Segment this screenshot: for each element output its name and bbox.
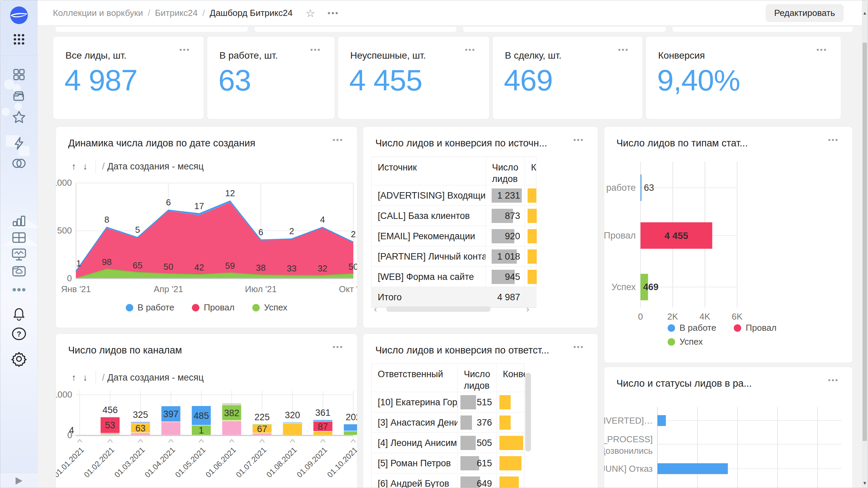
table-row[interactable]: [WEB] Форма на сайте 945 [372,267,536,287]
scrollbar-thumb[interactable] [863,43,867,441]
card-menu[interactable]: ••• [179,45,190,54]
svg-text:50: 50 [163,262,173,272]
value-bar [460,395,476,409]
sort-asc-icon[interactable]: ↑ [68,161,80,172]
quick-actions-icon[interactable] [0,135,38,151]
card-menu[interactable]: ••• [618,45,629,54]
table-row[interactable]: [6] Андрей Бутов 649 [372,473,524,488]
legend-item[interactable]: В работе [668,323,716,333]
workbooks-icon[interactable] [0,89,38,105]
card-menu[interactable]: ••• [573,343,584,351]
legend-dot-icon [668,324,675,332]
settings-gear-icon[interactable] [0,350,38,368]
sort-desc-icon[interactable]: ↓ [80,372,91,383]
legend-item[interactable]: В работе [126,302,174,313]
favorites-icon[interactable] [0,109,38,125]
kpi-card-conversion: Конверсия 9,40% ••• [646,36,841,119]
help-icon[interactable]: ? [0,326,38,342]
card-menu[interactable]: ••• [828,136,839,144]
table-row[interactable]: [10] Екатерина Гордеева 515 [372,392,524,412]
table-row[interactable]: [CALL] База клиентов 873 [372,206,536,226]
chart-title: Число лидов по типам стат... [616,138,748,149]
col-header[interactable]: Конверсия [525,157,537,185]
sort-desc-icon[interactable]: ↓ [80,161,91,172]
legend-item[interactable]: Провал [734,323,776,333]
scrollbar-up-icon: ▲ [862,11,868,16]
card-sources-table: Число лидов и конверсия по источн... •••… [363,126,598,328]
breadcrumb-workbook[interactable]: Битрикс24 [155,8,198,18]
page-scrollbar[interactable]: ▲ ▼ [862,0,868,488]
col-header[interactable]: Ответственный [372,364,458,392]
monitor-dashboards-icon[interactable] [0,246,38,263]
table-row[interactable]: [ADVERTISING] Входящий звонок 1 231 [372,185,536,206]
col-header[interactable]: Число лидов [486,157,525,185]
card-menu[interactable]: ••• [333,343,343,351]
notifications-bell-icon[interactable] [0,306,38,322]
svg-text:5: 5 [135,225,140,235]
edit-button[interactable]: Редактировать [766,4,844,22]
kpi-label: В сделку, шт. [505,50,561,61]
legend-dot-icon [668,338,675,346]
legend-dot-icon [734,324,741,332]
datalens-logo[interactable] [0,6,38,25]
table-row[interactable]: [4] Леонид Анисимов 505 [372,433,524,453]
card-menu[interactable]: ••• [816,45,827,54]
cloud-storage-icon[interactable] [0,263,38,279]
table-row[interactable]: [PARTNER] Личный контакт 1 018 [372,246,536,267]
card-menu[interactable]: ••• [828,376,839,385]
svg-text:6K: 6K [732,311,743,322]
hscroll-thumb [386,306,491,312]
favorite-star-icon[interactable]: ☆ [305,0,315,26]
col-header[interactable]: Число лидов [458,364,497,392]
value-bar [460,436,476,450]
legend-dot-icon [192,304,199,311]
col-header[interactable]: Конверсия [497,364,525,392]
svg-text:4 455: 4 455 [665,230,688,241]
breadcrumb-collections[interactable]: Коллекции и воркбуки [53,8,143,18]
conversion-bar [528,270,537,284]
card-menu[interactable]: ••• [573,136,584,144]
table-total-row: Итого 4 987 [372,287,536,307]
scroll-right-icon: › [526,304,529,314]
svg-text:01.08.2021: 01.08.2021 [264,445,298,479]
table-row[interactable]: [5] Роман Петров 615 [372,453,524,473]
axis-hint: /Дата создания - месяц [102,161,204,172]
topbar-menu-dots[interactable]: ••• [328,0,339,26]
tables-icon[interactable] [0,230,38,245]
svg-text:01.07.2021: 01.07.2021 [234,445,268,479]
legend-item[interactable]: Успех [668,337,703,347]
card-menu[interactable]: ••• [310,45,321,54]
more-icon[interactable] [0,284,38,296]
responsible-table: Ответственный Число лидов Конверсия [10]… [371,363,525,488]
svg-text:01.02.2021: 01.02.2021 [82,445,116,479]
sidebar-collapse[interactable] [0,473,38,488]
conversion-bar [528,229,537,243]
legend-item[interactable]: Успех [252,302,288,313]
sort-asc-icon[interactable]: ↑ [68,372,80,383]
chart-title: Число лидов по каналам [68,345,182,356]
svg-text:0: 0 [67,430,72,440]
connections-icon[interactable] [0,156,38,171]
card-menu[interactable]: ••• [333,136,343,144]
svg-text:0: 0 [638,311,643,322]
chart-title: Число и статусы лидов в ра... [616,378,752,389]
col-header[interactable]: Источник [372,157,486,185]
card-menu[interactable]: ••• [465,45,476,54]
card-leads-dynamics: Динамика числа лидов по дате создания ••… [56,126,357,328]
breadcrumb-separator: / [148,8,150,18]
apps-grid-icon[interactable] [0,33,38,46]
card-responsible-table: Число лидов и конверсия по ответст... ••… [363,333,598,488]
widgets-icon[interactable] [0,67,38,82]
scrolled-card-peek [463,27,666,32]
charts-icon[interactable] [0,213,38,229]
legend-item[interactable]: Провал [192,302,235,313]
table-row[interactable]: [3] Анастасия Денисова 376 [372,412,524,433]
scrollbar-down-icon: ▼ [862,481,868,486]
svg-text:98: 98 [102,257,112,267]
svg-text:6: 6 [166,197,171,207]
chart-title: Число лидов и конверсия по ответст... [375,345,549,356]
table-row[interactable]: [EMAIL] Рекомендации 920 [372,226,536,246]
table-vscroll-thumb[interactable] [525,373,531,451]
svg-text:1: 1 [199,425,204,435]
svg-text:01.04.2021: 01.04.2021 [143,445,177,479]
